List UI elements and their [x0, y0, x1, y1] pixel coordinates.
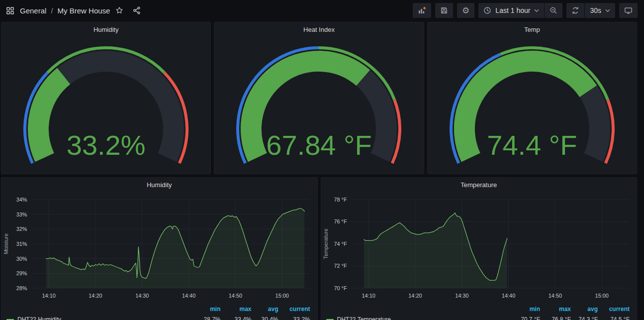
legend-header-max[interactable]: max	[221, 306, 252, 313]
temperature-graph[interactable]: 14:1014:2014:3014:4014:5015:0070 °F72 °F…	[321, 192, 637, 303]
dashboard-settings-button[interactable]: ⚙	[457, 3, 474, 18]
legend-header-min[interactable]: min	[511, 306, 540, 313]
humidity-graph[interactable]: 14:1014:2014:3014:4014:5015:0028%29%30%3…	[1, 192, 317, 303]
star-icon	[115, 6, 123, 14]
refresh-button[interactable]	[566, 3, 584, 18]
dashboards-grid-icon[interactable]	[5, 5, 15, 16]
save-dashboard-button[interactable]	[435, 3, 453, 18]
svg-text:14:30: 14:30	[135, 293, 149, 299]
graph-row: Humidity 14:1014:2014:3014:4014:5015:002…	[1, 177, 637, 320]
share-dashboard-button[interactable]	[132, 5, 142, 15]
panel-heat-index-gauge: Heat Index 67.84 °F	[214, 22, 424, 174]
chevron-down-icon	[534, 9, 539, 12]
panel-title[interactable]: Temp	[428, 22, 637, 36]
time-range-picker[interactable]: Last 1 hour	[478, 3, 544, 18]
panel-title[interactable]: Humidity	[1, 22, 210, 36]
breadcrumb: General / My Brew House	[5, 5, 142, 16]
panel-temp-gauge: Temp 74.4 °F	[427, 22, 637, 174]
legend-header-avg[interactable]: avg	[252, 306, 278, 313]
svg-text:34%: 34%	[16, 197, 27, 203]
dashboard-title[interactable]: My Brew House	[58, 6, 110, 15]
panel-title[interactable]: Humidity	[1, 178, 317, 192]
legend: min max avg current DHT22 Temperature 70…	[321, 303, 637, 320]
legend-header-current[interactable]: current	[598, 306, 630, 313]
legend-header-avg[interactable]: avg	[571, 306, 598, 313]
svg-text:70 °F: 70 °F	[334, 285, 347, 291]
panel-title[interactable]: Heat Index	[214, 22, 423, 36]
stat-max: 76.8 °F	[540, 316, 571, 320]
legend-series-row: DHT22 Temperature 70.7 °F 76.8 °F 74.3 °…	[326, 314, 630, 320]
monitor-icon	[624, 6, 633, 14]
panel-humidity-gauge: Humidity 33.2%	[1, 22, 211, 174]
svg-text:72 °F: 72 °F	[334, 263, 347, 269]
top-nav: General / My Brew House	[0, 0, 644, 21]
gear-icon: ⚙	[462, 6, 469, 15]
legend-stats-header: min max avg current	[6, 304, 310, 314]
legend-header-current[interactable]: current	[278, 306, 310, 313]
add-panel-button[interactable]	[413, 3, 431, 18]
legend-stats-header: min max avg current	[326, 304, 630, 314]
refresh-interval-dropdown[interactable]: 30s	[584, 3, 615, 18]
refresh-controls-group: 30s	[566, 3, 615, 18]
legend-header-min[interactable]: min	[192, 306, 221, 313]
zoom-out-button[interactable]	[544, 3, 562, 18]
panel-humidity-graph: Humidity 14:1014:2014:3014:4014:5015:002…	[1, 177, 318, 320]
svg-text:14:30: 14:30	[455, 293, 468, 299]
refresh-icon	[571, 6, 579, 14]
legend-series-label[interactable]: DHT22 Temperature	[326, 316, 512, 320]
add-panel-icon	[418, 6, 426, 14]
save-icon	[440, 6, 448, 14]
breadcrumb-folder[interactable]: General	[20, 6, 46, 15]
gauge-value: 67.84 °F	[214, 129, 423, 161]
gauge-row: Humidity 33.2% Heat Index 67.84 °F Temp …	[1, 22, 637, 174]
stat-avg: 30.4%	[252, 316, 278, 320]
stat-avg: 74.3 °F	[571, 316, 598, 320]
svg-text:14:50: 14:50	[548, 293, 561, 299]
stat-current: 33.2%	[278, 316, 310, 320]
gauge-value: 74.4 °F	[428, 129, 637, 161]
svg-text:Temperature: Temperature	[322, 228, 328, 259]
stat-min: 70.7 °F	[511, 316, 540, 320]
legend-series-label[interactable]: DHT22 Humidity	[6, 316, 192, 320]
svg-text:74 °F: 74 °F	[334, 241, 347, 247]
share-icon	[133, 6, 141, 14]
panel-temperature-graph: Temperature 14:1014:2014:3014:4014:5015:…	[321, 177, 638, 320]
stat-min: 28.7%	[192, 316, 221, 320]
legend: min max avg current DHT22 Humidity 28.7%…	[1, 303, 317, 320]
svg-text:28%: 28%	[16, 285, 27, 291]
svg-text:31%: 31%	[16, 241, 27, 247]
svg-text:76 °F: 76 °F	[334, 218, 347, 224]
legend-header-max[interactable]: max	[540, 306, 571, 313]
svg-text:15:00: 15:00	[276, 293, 289, 299]
svg-text:14:10: 14:10	[42, 293, 56, 299]
svg-text:15:00: 15:00	[595, 293, 608, 299]
stat-max: 33.4%	[221, 316, 252, 320]
legend-series-row: DHT22 Humidity 28.7% 33.4% 30.4% 33.2%	[6, 314, 310, 320]
star-dashboard-button[interactable]	[114, 5, 124, 15]
svg-text:Moisture: Moisture	[3, 233, 9, 254]
svg-text:30%: 30%	[16, 256, 27, 262]
svg-text:14:50: 14:50	[229, 293, 242, 299]
gauge-value: 33.2%	[1, 129, 210, 161]
svg-text:33%: 33%	[16, 212, 27, 217]
dashboard-toolbar: ⚙ Last 1 hour	[413, 3, 638, 18]
svg-text:14:40: 14:40	[501, 293, 515, 299]
svg-text:14:10: 14:10	[362, 293, 375, 299]
svg-text:14:20: 14:20	[89, 293, 102, 299]
breadcrumb-separator: /	[51, 6, 53, 15]
svg-text:29%: 29%	[16, 270, 27, 276]
panel-title[interactable]: Temperature	[321, 178, 637, 192]
svg-text:14:40: 14:40	[182, 293, 195, 299]
svg-text:32%: 32%	[16, 226, 27, 232]
zoom-out-icon	[550, 6, 557, 14]
time-range-label: Last 1 hour	[495, 6, 530, 14]
clock-icon	[483, 6, 491, 14]
tv-mode-button[interactable]	[619, 3, 638, 18]
stat-current: 74.5 °F	[598, 316, 630, 320]
refresh-interval-label: 30s	[590, 6, 601, 14]
chevron-down-icon	[605, 9, 610, 12]
svg-text:14:20: 14:20	[408, 293, 422, 299]
svg-text:78 °F: 78 °F	[334, 197, 347, 203]
time-controls-group: Last 1 hour	[478, 3, 562, 18]
